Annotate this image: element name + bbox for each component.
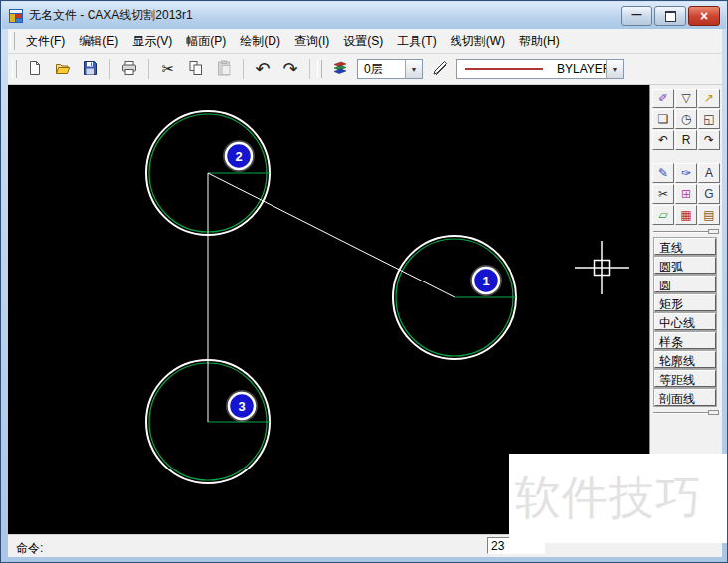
block-button[interactable]: ⊞ <box>675 184 697 204</box>
trim-scissors-button[interactable]: ✂ <box>652 184 674 204</box>
bylayer-line-swatch <box>465 68 543 70</box>
minimize-icon: — <box>632 8 642 20</box>
layer-select-value: 0层 <box>358 61 405 78</box>
titlebar[interactable]: 无名文件 - CAXA线切割2013r1 — × <box>2 2 726 29</box>
pan-icon: ❏ <box>658 113 669 125</box>
group-button[interactable]: G <box>698 184 720 204</box>
cut-icon: ✂ <box>162 60 175 78</box>
array-grid-icon: ▦ <box>680 209 691 221</box>
group-icon: G <box>704 188 713 200</box>
app-window: 无名文件 - CAXA线切割2013r1 — × 文件(F)编辑(E)显示(V)… <box>0 0 728 563</box>
array-grid-button[interactable]: ▦ <box>675 205 697 225</box>
spline-pen-button[interactable]: ✑ <box>675 163 697 183</box>
menu-item-3[interactable]: 幅面(P) <box>179 30 233 53</box>
toolbar-separator <box>243 59 244 79</box>
draw-button-6[interactable]: 轮廓线 <box>654 351 716 368</box>
menu-item-1[interactable]: 编辑(E) <box>72 30 125 53</box>
color-dropdown-button[interactable]: ▼ <box>606 60 623 78</box>
view-undo-button[interactable]: ↶ <box>652 130 674 150</box>
menu-item-6[interactable]: 设置(S) <box>336 30 390 53</box>
eraser-button[interactable]: ✐ <box>652 89 674 108</box>
menu-item-8[interactable]: 线切割(W) <box>444 30 512 53</box>
copy-button[interactable] <box>183 56 209 82</box>
draw-button-7[interactable]: 等距线 <box>654 370 716 387</box>
view-tool-grid: ✐▽↗❏◷◱↶R↷ <box>652 89 722 150</box>
menu-item-9[interactable]: 帮助(H) <box>512 30 567 53</box>
dimension-icon: A <box>705 167 713 179</box>
open-file-button[interactable] <box>50 56 76 82</box>
redraw-button[interactable]: R <box>675 130 697 150</box>
cut-button[interactable]: ✂ <box>155 56 181 82</box>
dynamic-zoom-button[interactable]: ◷ <box>675 109 697 129</box>
menu-item-2[interactable]: 显示(V) <box>125 30 179 53</box>
edit-pencil-icon: ✎ <box>658 167 668 179</box>
chevron-down-icon: ▼ <box>411 66 418 73</box>
badge-label-2: 2 <box>235 149 242 164</box>
pan-button[interactable]: ❏ <box>652 109 674 129</box>
library-button[interactable]: ▤ <box>698 205 720 225</box>
draw-button-0[interactable]: 直线 <box>654 238 716 255</box>
paste-icon <box>216 60 232 79</box>
redraw-icon: R <box>682 134 691 146</box>
draw-button-8[interactable]: 剖面线 <box>654 389 716 406</box>
jump-arrow-button[interactable]: ↗ <box>698 89 720 108</box>
region-button[interactable]: ▱ <box>652 205 674 225</box>
redo-button[interactable]: ↷ <box>277 56 303 82</box>
zoom-window-icon: ◱ <box>703 113 714 125</box>
toolbar: ✂ ↶ ↷ 0层 ▼ BYLAYER ▼ <box>8 54 722 85</box>
minimize-button[interactable]: — <box>621 6 652 26</box>
color-select[interactable]: BYLAYER ▼ <box>456 59 624 79</box>
restore-button[interactable] <box>654 6 686 26</box>
eraser-icon: ✐ <box>658 93 668 104</box>
draw-button-4[interactable]: 中心线 <box>654 313 716 330</box>
paste-button[interactable] <box>211 56 237 82</box>
toolbar-separator <box>109 59 110 79</box>
panel-divider <box>653 231 719 233</box>
undo-button[interactable]: ↶ <box>250 56 275 82</box>
spline-pen-icon: ✑ <box>681 167 691 179</box>
layers-button[interactable] <box>327 56 353 82</box>
restore-icon <box>665 11 676 22</box>
dimension-button[interactable]: A <box>698 163 720 183</box>
menu-item-5[interactable]: 查询(I) <box>287 30 336 53</box>
draw-button-3[interactable]: 矩形 <box>654 294 716 311</box>
layers-icon <box>332 60 348 79</box>
print-button[interactable] <box>116 56 142 82</box>
badge-label-1: 1 <box>482 274 489 288</box>
linestyle-button[interactable] <box>427 56 453 82</box>
draw-button-5[interactable]: 样条 <box>654 332 716 349</box>
toolbar-grip <box>317 60 322 78</box>
app-icon <box>8 8 24 24</box>
menu-item-7[interactable]: 工具(T) <box>390 30 443 53</box>
close-icon: × <box>700 9 708 23</box>
window-title: 无名文件 - CAXA线切割2013r1 <box>29 7 193 24</box>
funnel-icon: ▽ <box>681 93 690 104</box>
edit-pencil-button[interactable]: ✎ <box>652 163 674 183</box>
edit-tool-grid: ✎✑A✂⊞G▱▦▤ <box>652 163 722 225</box>
open-file-icon <box>55 60 71 79</box>
print-icon <box>121 60 137 79</box>
layer-dropdown-button[interactable]: ▼ <box>405 60 422 78</box>
new-file-button[interactable] <box>22 56 48 82</box>
toolbar-separator <box>309 59 310 79</box>
command-prompt[interactable]: 命令: <box>16 540 43 557</box>
close-button[interactable]: × <box>688 6 720 26</box>
toolbar-separator <box>148 59 149 79</box>
layer-select[interactable]: 0层 ▼ <box>357 59 423 79</box>
redo-icon: ↷ <box>282 58 297 80</box>
view-redo-icon: ↷ <box>704 134 714 146</box>
dynamic-zoom-icon: ◷ <box>681 113 691 125</box>
watermark-text: 软件技巧 <box>509 468 702 529</box>
draw-command-panel: 直线圆弧圆矩形中心线样条轮廓线等距线剖面线 <box>650 238 722 406</box>
library-icon: ▤ <box>703 209 714 221</box>
draw-button-1[interactable]: 圆弧 <box>654 257 716 274</box>
draw-button-2[interactable]: 圆 <box>654 276 716 292</box>
toolbar-grip <box>12 60 17 78</box>
block-icon: ⊞ <box>681 188 691 200</box>
view-redo-button[interactable]: ↷ <box>698 130 720 150</box>
menu-item-0[interactable]: 文件(F) <box>19 30 72 53</box>
save-button[interactable] <box>78 56 103 82</box>
funnel-button[interactable]: ▽ <box>675 89 697 108</box>
menu-item-4[interactable]: 绘制(D) <box>233 30 287 53</box>
zoom-window-button[interactable]: ◱ <box>698 109 720 129</box>
